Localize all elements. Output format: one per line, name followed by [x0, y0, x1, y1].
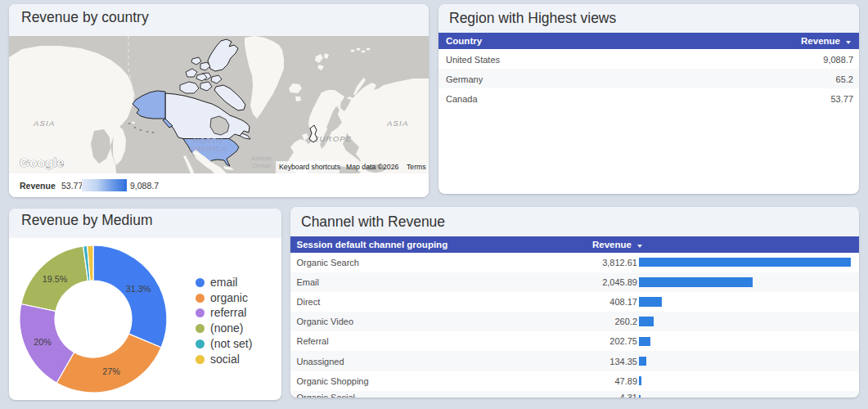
- svg-text:27%: 27%: [102, 366, 120, 376]
- svg-text:Ocean: Ocean: [252, 162, 272, 169]
- svg-text:Atlantic: Atlantic: [250, 155, 272, 162]
- svg-text:19.5%: 19.5%: [43, 274, 68, 284]
- svg-text:NORTH: NORTH: [193, 137, 223, 145]
- svg-text:Terms: Terms: [407, 163, 426, 171]
- svg-text:Google: Google: [20, 155, 65, 169]
- svg-text:AMERICA: AMERICA: [188, 145, 227, 153]
- svg-text:31.3%: 31.3%: [126, 284, 151, 294]
- svg-text:Map data ©2026: Map data ©2026: [346, 163, 399, 171]
- svg-text:20%: 20%: [34, 337, 52, 347]
- svg-text:EUROPE: EUROPE: [313, 134, 352, 143]
- svg-text:ASIA: ASIA: [386, 119, 408, 128]
- svg-text:Keyboard shortcuts: Keyboard shortcuts: [279, 163, 341, 171]
- svg-text:ASIA: ASIA: [33, 119, 55, 128]
